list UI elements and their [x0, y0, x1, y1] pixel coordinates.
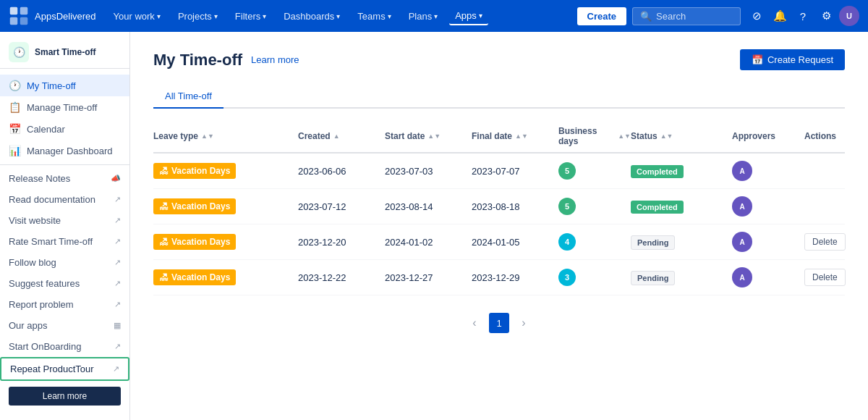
sidebar-item-manager-dashboard[interactable]: 📊 Manager Dashboard: [0, 140, 129, 161]
start-date-cell: 2023-12-27: [385, 272, 472, 283]
final-date-cell: 2023-07-07: [472, 166, 558, 177]
start-date-cell: 2023-07-03: [385, 166, 472, 177]
chevron-icon: ▾: [434, 12, 438, 20]
header-leave-type: Leave type ▲▼: [153, 131, 298, 141]
approver-cell: A: [732, 196, 804, 217]
business-days-badge: 5: [558, 162, 576, 180]
search-box[interactable]: 🔍 Search: [632, 7, 741, 25]
nav-filters[interactable]: Filters ▾: [229, 8, 272, 25]
table-header: Leave type ▲▼ Created ▲ Start date ▲▼ Fi…: [153, 120, 845, 154]
business-days-cell: 5: [558, 198, 631, 215]
vacation-badge: 🏖 Vacation Days: [153, 198, 236, 214]
search-icon: 🔍: [640, 11, 652, 22]
pagination: ‹ 1 ›: [153, 313, 845, 333]
tab-all-time-off[interactable]: All Time-off: [153, 85, 224, 109]
chevron-icon: ▾: [157, 12, 161, 20]
prev-page-button[interactable]: ‹: [464, 313, 485, 333]
sidebar-item-manage-time-off[interactable]: 📋 Manage Time-off: [0, 96, 129, 118]
approver-avatar: A: [732, 161, 752, 181]
svg-rect-0: [10, 7, 18, 15]
create-button[interactable]: Create: [577, 7, 626, 25]
status-badge: Pending: [631, 235, 675, 250]
table-row: 🏖 Vacation Days 2023-06-06 2023-07-03 20…: [153, 154, 845, 189]
sidebar-item-my-time-off[interactable]: 🕐 My Time-off: [0, 75, 129, 96]
header-start-date: Start date ▲▼: [385, 131, 472, 141]
actions-cell: Delete: [804, 269, 862, 286]
sidebar-suggest-features[interactable]: Suggest features ↗: [0, 273, 129, 294]
sidebar-item-calendar[interactable]: 📅 Calendar: [0, 118, 129, 140]
sidebar-start-onboarding[interactable]: Start OnBoarding ↗: [0, 336, 129, 357]
final-date-cell: 2023-08-18: [472, 201, 558, 212]
nav-teams[interactable]: Teams ▾: [352, 8, 396, 25]
sidebar: 🕐 Smart Time-off 🕐 My Time-off 📋 Manage …: [0, 32, 130, 420]
sidebar-release-notes[interactable]: Release Notes 📣: [0, 168, 129, 189]
sidebar-rate-smart-time-off[interactable]: Rate Smart Time-off ↗: [0, 231, 129, 252]
help-icon[interactable]: ?: [793, 6, 813, 26]
header-final-date: Final date ▲▼: [472, 131, 558, 141]
time-off-table: Leave type ▲▼ Created ▲ Start date ▲▼ Fi…: [153, 120, 845, 295]
leave-type-cell: 🏖 Vacation Days: [153, 163, 298, 179]
header-actions: Actions: [804, 131, 862, 141]
created-date-cell: 2023-12-20: [298, 237, 385, 248]
settings-icon[interactable]: ⚙: [816, 6, 836, 26]
approver-cell: A: [732, 161, 804, 181]
approver-avatar: A: [732, 196, 752, 217]
learn-more-link[interactable]: Learn more: [251, 54, 299, 65]
business-days-cell: 4: [558, 233, 631, 251]
nav-plans[interactable]: Plans ▾: [403, 8, 444, 25]
manage-icon: 📋: [9, 101, 21, 113]
tabs-container: All Time-off: [153, 85, 845, 109]
status-badge: Pending: [631, 271, 675, 285]
main-content: My Time-off Learn more 📅 Create Request …: [130, 32, 868, 420]
brand-name: AppsDelivered: [35, 11, 96, 22]
nav-apps[interactable]: Apps ▾: [449, 7, 488, 25]
status-badge: Completed: [631, 165, 684, 178]
sidebar-read-documentation[interactable]: Read documentation ↗: [0, 189, 129, 210]
question-icon[interactable]: ⊘: [746, 6, 767, 26]
nav-projects[interactable]: Projects ▾: [172, 8, 224, 25]
delete-button[interactable]: Delete: [804, 269, 846, 286]
grid-icon: ▦: [114, 321, 121, 330]
user-avatar[interactable]: U: [839, 6, 859, 26]
next-page-button[interactable]: ›: [514, 313, 534, 333]
delete-button[interactable]: Delete: [804, 233, 846, 251]
external-link-icon: ↗: [114, 258, 121, 267]
nav-dashboards[interactable]: Dashboards ▾: [278, 8, 346, 25]
created-date-cell: 2023-06-06: [298, 166, 385, 177]
created-date-cell: 2023-07-12: [298, 201, 385, 212]
header-created: Created ▲: [298, 131, 385, 141]
calendar-plus-icon: 📅: [752, 54, 763, 65]
approver-cell: A: [732, 232, 804, 252]
chevron-icon: ▾: [214, 12, 218, 20]
sidebar-visit-website[interactable]: Visit website ↗: [0, 210, 129, 231]
sidebar-our-apps[interactable]: Our apps ▦: [0, 315, 129, 336]
business-days-badge: 5: [558, 198, 576, 215]
sidebar-follow-blog[interactable]: Follow blog ↗: [0, 252, 129, 273]
approver-avatar: A: [732, 267, 752, 287]
app-logo[interactable]: [9, 6, 29, 26]
status-badge: Completed: [631, 201, 684, 214]
notifications-icon[interactable]: 🔔: [770, 6, 790, 26]
svg-rect-3: [20, 17, 28, 25]
table-row: 🏖 Vacation Days 2023-12-22 2023-12-27 20…: [153, 260, 845, 295]
external-link-icon: ↗: [113, 364, 119, 374]
business-days-cell: 5: [558, 162, 631, 180]
sort-icon: ▲: [333, 133, 340, 140]
sidebar-header: 🕐 Smart Time-off: [0, 32, 129, 69]
sort-icon: ▲▼: [201, 133, 214, 140]
status-cell: Pending: [631, 237, 732, 248]
final-date-cell: 2023-12-29: [472, 272, 558, 283]
actions-cell: Delete: [804, 233, 862, 251]
sidebar-repeat-product-tour[interactable]: Repeat ProductTour ↗: [0, 357, 129, 381]
sidebar-divider: [0, 164, 129, 165]
create-request-button[interactable]: 📅 Create Request: [740, 49, 845, 70]
status-cell: Completed: [631, 201, 732, 212]
nav-your-work[interactable]: Your work ▾: [108, 8, 166, 25]
leave-type-cell: 🏖 Vacation Days: [153, 198, 298, 214]
sidebar-report-problem[interactable]: Report problem ↗: [0, 294, 129, 315]
learn-more-button[interactable]: Learn more: [9, 387, 121, 406]
chevron-icon: ▾: [263, 12, 266, 20]
leave-type-cell: 🏖 Vacation Days: [153, 234, 298, 250]
page-1-button[interactable]: 1: [489, 313, 509, 333]
sort-icon: ▲▼: [515, 133, 528, 140]
